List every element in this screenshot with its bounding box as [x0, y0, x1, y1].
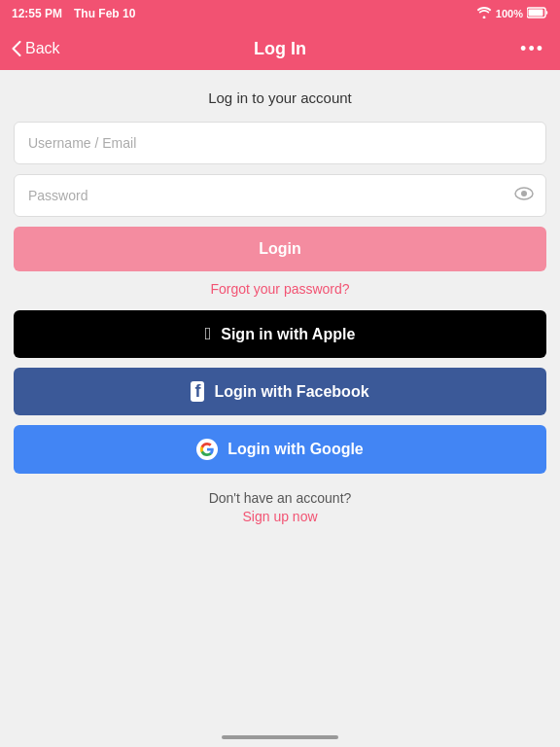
status-bar-right: 100% [476, 7, 548, 20]
facebook-login-button[interactable]: f Login with Facebook [14, 368, 546, 415]
page-subtitle: Log in to your account [14, 89, 546, 106]
home-indicator [222, 735, 338, 739]
svg-rect-1 [529, 10, 543, 17]
back-label: Back [25, 40, 60, 57]
nav-bar: Back Log In ••• [0, 27, 560, 70]
date: Thu Feb 10 [74, 7, 135, 20]
forgot-password-link[interactable]: Forgot your password? [14, 281, 546, 297]
facebook-icon: f [191, 381, 204, 402]
signup-section: Don't have an account? Sign up now [14, 489, 546, 524]
login-button[interactable]: Login [14, 227, 546, 271]
no-account-text: Don't have an account? [209, 490, 352, 506]
username-input[interactable] [15, 123, 545, 163]
password-input-group [14, 174, 546, 217]
google-icon [196, 439, 218, 460]
status-bar-left: 12:55 PM Thu Feb 10 [12, 7, 135, 20]
battery-icon [527, 7, 548, 20]
google-login-button[interactable]: Login with Google [14, 425, 546, 474]
username-input-group [14, 122, 546, 164]
back-button[interactable]: Back [12, 40, 60, 57]
google-button-label: Login with Google [228, 441, 364, 458]
signup-link[interactable]: Sign up now [14, 509, 546, 524]
time: 12:55 PM [12, 7, 62, 20]
wifi-icon [476, 7, 492, 20]
apple-signin-button[interactable]:  Sign in with Apple [14, 310, 546, 358]
main-content: Log in to your account Login Forgot your… [0, 70, 560, 544]
form-container: Log in to your account Login Forgot your… [0, 70, 560, 544]
nav-dots[interactable]: ••• [520, 39, 544, 59]
facebook-button-label: Login with Facebook [214, 383, 368, 401]
apple-button-label: Sign in with Apple [221, 326, 355, 343]
svg-point-3 [521, 191, 527, 196]
password-input[interactable] [15, 175, 545, 216]
password-toggle-icon[interactable] [514, 187, 534, 204]
battery-text: 100% [496, 8, 523, 19]
nav-title: Log In [254, 39, 306, 59]
apple-icon:  [205, 324, 212, 344]
status-bar: 12:55 PM Thu Feb 10 100% [0, 0, 560, 27]
